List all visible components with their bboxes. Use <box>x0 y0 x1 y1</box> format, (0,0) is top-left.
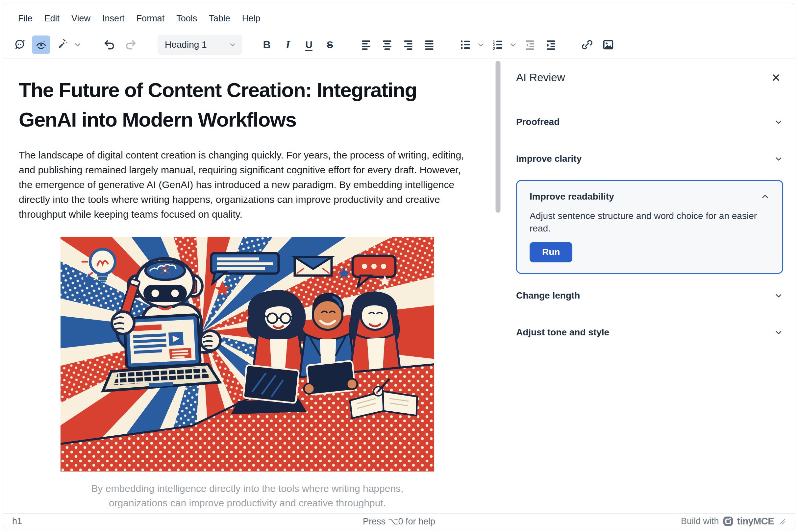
underline-button[interactable]: U <box>300 36 318 54</box>
branding: Build with tinyMCE <box>435 516 786 527</box>
envelope-icon <box>295 257 332 276</box>
section-improve-readability-header[interactable]: Improve readability <box>530 190 770 203</box>
sidebar-header: AI Review <box>504 59 795 96</box>
numbered-list-button[interactable]: 1 2 3 <box>488 36 507 54</box>
chevron-down-icon[interactable] <box>73 40 82 49</box>
bullet-list-icon <box>459 38 472 51</box>
align-center-button[interactable] <box>378 36 396 54</box>
section-description: Adjust sentence structure and word choic… <box>530 210 770 235</box>
sidebar-body: Proofread Improve clarity Improve readab… <box>504 96 795 358</box>
outdent-button[interactable] <box>521 36 539 54</box>
help-shortcut-text: Press ⌥0 for help <box>363 516 435 527</box>
toolbar-ai-group <box>11 36 85 54</box>
align-justify-button[interactable] <box>420 36 439 54</box>
indent-button[interactable] <box>542 36 560 54</box>
block-format-select[interactable]: Heading 1 <box>157 35 242 55</box>
toolbar: Heading 1 B I U S <box>3 31 795 59</box>
ai-review-button[interactable] <box>32 36 50 54</box>
ai-shortcuts-button[interactable] <box>53 36 71 54</box>
link-icon <box>581 38 593 51</box>
menu-insert[interactable]: Insert <box>96 10 131 27</box>
tablet-man <box>304 361 357 395</box>
editor-scrollbar[interactable] <box>492 59 504 513</box>
section-improve-clarity[interactable]: Improve clarity <box>516 140 783 177</box>
toolbar-align-group <box>357 36 441 54</box>
chevron-down-icon[interactable] <box>477 40 485 49</box>
chevron-up-icon <box>761 192 770 201</box>
main-area: The Future of Content Creation: Integrat… <box>3 59 795 513</box>
bullet-list-button[interactable] <box>456 36 475 54</box>
link-button[interactable] <box>578 36 596 54</box>
editor-content[interactable]: The Future of Content Creation: Integrat… <box>3 59 492 513</box>
document-title[interactable]: The Future of Content Creation: Integrat… <box>19 75 466 134</box>
chevron-down-icon <box>774 117 783 127</box>
align-right-button[interactable] <box>399 36 417 54</box>
toolbar-text-style-group: B I U S <box>258 36 342 54</box>
chevron-down-icon[interactable] <box>509 40 517 49</box>
redo-button[interactable] <box>122 36 140 54</box>
outdent-icon <box>524 38 536 51</box>
undo-button[interactable] <box>100 36 119 54</box>
redo-icon <box>124 38 137 51</box>
section-improve-readability: Improve readability Adjust sentence stru… <box>516 180 783 274</box>
ai-review-sidebar: AI Review Proofread Improve clarity <box>504 59 795 513</box>
align-justify-icon <box>423 38 435 51</box>
block-format-value: Heading 1 <box>165 39 207 50</box>
menu-view[interactable]: View <box>66 10 96 27</box>
chevron-down-icon <box>774 291 783 300</box>
align-right-icon <box>402 38 414 51</box>
image-button[interactable] <box>599 36 617 54</box>
ai-review-icon <box>35 38 48 51</box>
brand-name[interactable]: tinyMCE <box>737 516 774 527</box>
toolbar-format-group: Heading 1 <box>157 35 242 55</box>
undo-icon <box>103 38 116 51</box>
menu-bar: File Edit View Insert Format Tools Table… <box>3 3 795 31</box>
section-adjust-tone-and-style[interactable]: Adjust tone and style <box>516 314 783 351</box>
sidebar-title: AI Review <box>516 71 565 84</box>
image-icon <box>602 38 614 51</box>
sidebar-close-button[interactable] <box>769 70 783 85</box>
chevron-down-icon <box>774 328 783 337</box>
italic-button[interactable]: I <box>279 36 297 54</box>
chevron-down-icon <box>774 154 783 164</box>
scrollbar-thumb[interactable] <box>496 61 501 213</box>
tinymce-logo-icon <box>723 516 733 527</box>
bold-button[interactable]: B <box>258 36 276 54</box>
svg-text:3: 3 <box>493 46 495 50</box>
editor-window: File Edit View Insert Format Tools Table… <box>3 3 795 529</box>
section-proofread[interactable]: Proofread <box>516 103 783 140</box>
status-bar: h1 Press ⌥0 for help Build with tinyMCE <box>3 513 795 529</box>
ai-assistant-icon <box>14 38 26 51</box>
menu-help[interactable]: Help <box>236 10 266 27</box>
numbered-list-icon: 1 2 3 <box>491 38 504 51</box>
align-left-button[interactable] <box>357 36 375 54</box>
resize-handle-icon[interactable] <box>778 517 786 526</box>
section-change-length[interactable]: Change length <box>516 277 783 314</box>
document-figure[interactable]: By embedding intelligence directly into … <box>60 237 434 510</box>
figure-caption[interactable]: By embedding intelligence directly into … <box>60 481 434 510</box>
menu-file[interactable]: File <box>12 10 38 27</box>
menu-edit[interactable]: Edit <box>38 10 66 27</box>
chevron-down-icon <box>229 41 237 49</box>
menu-table[interactable]: Table <box>203 10 236 27</box>
close-icon <box>771 73 781 82</box>
ai-assistant-button[interactable] <box>11 36 29 54</box>
element-path[interactable]: h1 <box>12 516 363 527</box>
menu-tools[interactable]: Tools <box>170 10 203 27</box>
brand-prefix: Build with <box>681 516 719 527</box>
document-paragraph[interactable]: The landscape of digital content creatio… <box>19 148 476 222</box>
toolbar-history-group <box>100 36 143 54</box>
toolbar-list-group: 1 2 3 <box>456 36 563 54</box>
menu-format[interactable]: Format <box>131 10 171 27</box>
toolbar-insert-group <box>578 36 620 54</box>
indent-icon <box>545 38 557 51</box>
robot-collaboration-illustration <box>60 237 434 472</box>
run-button[interactable]: Run <box>530 242 572 262</box>
strikethrough-button[interactable]: S <box>321 36 339 54</box>
magic-wand-icon <box>56 38 69 51</box>
align-center-icon <box>381 38 393 51</box>
align-left-icon <box>360 38 372 51</box>
